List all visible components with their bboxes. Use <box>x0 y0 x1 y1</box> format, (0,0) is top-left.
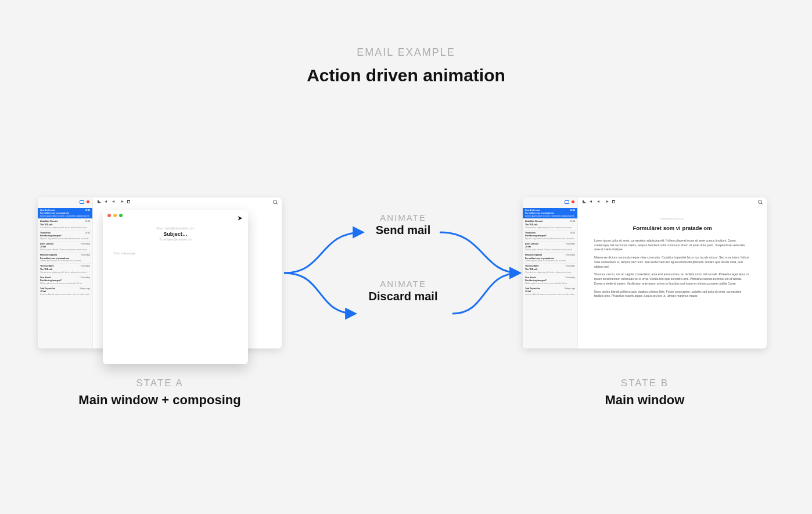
list-item[interactable]: YesterdayMiranda EsparolaFormuläret som … <box>523 253 577 264</box>
send-icon[interactable]: ➤ <box>238 215 242 221</box>
compose-from: From: hello@tobiasahlin.com <box>113 227 238 230</box>
caption-eyebrow: STATE B <box>523 378 767 389</box>
arrow-diagram: ANIMATE Send mail ANIMATE Discard mail <box>284 215 522 331</box>
list-item[interactable]: 10:32Thea ArainFöreläsning imorgon?Hejsa… <box>38 231 92 242</box>
list-item[interactable]: 11:54Abdullahi HusseinThe TED-talkConsec… <box>523 219 577 230</box>
branch-discard: ANIMATE Discard mail <box>284 279 522 303</box>
caption-state-a: STATE A Main window + composing <box>38 378 282 408</box>
forward-icon[interactable] <box>605 200 609 204</box>
caption-label: Main window <box>523 393 767 408</box>
branch-send: ANIMATE Send mail <box>284 213 522 237</box>
message-paragraph: Vivamus rutrum, nisl ac sagittis consect… <box>594 272 750 286</box>
diagram-title: Action driven animation <box>0 66 812 85</box>
branch-eyebrow: ANIMATE <box>284 213 522 222</box>
compose-icon[interactable] <box>583 200 586 203</box>
reply-icon[interactable] <box>105 200 109 204</box>
forward-icon[interactable] <box>120 200 124 204</box>
traffic-lights <box>107 214 123 217</box>
message-paragraph: Maecenas dictum commodo neque vitae comm… <box>594 256 750 269</box>
toolbar <box>583 200 615 204</box>
sidebar-status-icons <box>565 200 575 204</box>
message-list: 12:46Lisa AnderssonFormuläret som vi pra… <box>38 197 93 348</box>
list-item[interactable]: YesterdayAlbin LarssonJS failNullam just… <box>38 242 92 253</box>
list-item[interactable]: 12:46Lisa AnderssonFormuläret som vi pra… <box>523 208 577 219</box>
branch-label: Send mail <box>284 224 522 237</box>
diagram-eyebrow: EMAIL EXAMPLE <box>0 46 812 59</box>
close-icon[interactable] <box>107 214 111 217</box>
mail-icon[interactable] <box>565 200 569 204</box>
caption-eyebrow: STATE A <box>38 378 282 389</box>
message-paragraph: Nunc lacinia blandit at libero quis, dap… <box>594 290 750 299</box>
caption-state-b: STATE B Main window <box>523 378 767 408</box>
branch-eyebrow: ANIMATE <box>284 279 522 289</box>
diagram-header: EMAIL EXAMPLE Action driven animation <box>0 46 812 85</box>
trash-icon[interactable] <box>127 200 130 203</box>
compose-body[interactable]: Your message… <box>113 251 238 255</box>
list-item[interactable]: YesterdayThomas BjörkThe TED-talkConsect… <box>523 264 577 275</box>
reading-pane: hello@tobiasahlin.com Formuläret som vi … <box>578 197 767 348</box>
notification-icon[interactable] <box>86 200 90 204</box>
branch-label: Discard mail <box>284 290 522 303</box>
notification-icon[interactable] <box>571 200 575 204</box>
message-body: hello@tobiasahlin.com Formuläret som vi … <box>578 208 767 308</box>
list-item[interactable]: 2 days agoZaid PsyanisheJS failLorem a b… <box>523 286 577 297</box>
list-item[interactable]: YesterdayMiranda EsparolaFormuläret som … <box>38 253 92 264</box>
list-item[interactable]: 10:32Thea ArainFöreläsning imorgon?Hejsa… <box>523 231 577 242</box>
search-icon[interactable] <box>273 200 277 204</box>
list-item[interactable]: YesterdayLisa NoackFöreläsning imorgon?N… <box>38 275 92 286</box>
reply-all-icon[interactable] <box>112 200 116 204</box>
message-list: 12:46Lisa AnderssonFormuläret som vi pra… <box>523 197 578 348</box>
message-title: Formuläret som vi pratade om <box>594 224 750 233</box>
caption-label: Main window + composing <box>38 393 282 408</box>
message-meta: hello@tobiasahlin.com <box>594 217 750 221</box>
compose-window: ➤ From: hello@tobiasahlin.com Subject… T… <box>103 210 248 364</box>
list-item[interactable]: YesterdayThomas BjörkThe TED-talkConsect… <box>38 264 92 275</box>
reply-icon[interactable] <box>590 200 594 204</box>
zoom-icon[interactable] <box>119 214 123 217</box>
compose-icon[interactable] <box>98 200 101 203</box>
mail-icon[interactable] <box>80 200 84 204</box>
toolbar <box>98 200 130 204</box>
reply-all-icon[interactable] <box>597 200 601 204</box>
list-item[interactable]: YesterdayAlbin LarssonJS failNullam just… <box>523 242 577 253</box>
list-item[interactable]: 12:46Lisa AnderssonFormuläret som vi pra… <box>38 208 92 219</box>
list-item[interactable]: 2 days agoZaid PsyanisheJS failLorem a b… <box>38 286 92 297</box>
sidebar-status-icons <box>80 200 90 204</box>
trash-icon[interactable] <box>612 200 615 203</box>
search-icon[interactable] <box>758 200 762 204</box>
list-item[interactable]: YesterdayLisa NoackFöreläsning imorgon?N… <box>523 275 577 286</box>
state-b-window: 12:46Lisa AnderssonFormuläret som vi pra… <box>523 197 767 348</box>
minimize-icon[interactable] <box>113 214 117 217</box>
compose-subject[interactable]: Subject… <box>113 231 238 237</box>
list-item[interactable]: 11:54Abdullahi HusseinThe TED-talkConsec… <box>38 219 92 230</box>
compose-to[interactable]: To: recipient@example.com <box>113 238 238 241</box>
message-paragraph: Lorem ipsum dolor sit amet, consectetur … <box>594 239 750 252</box>
